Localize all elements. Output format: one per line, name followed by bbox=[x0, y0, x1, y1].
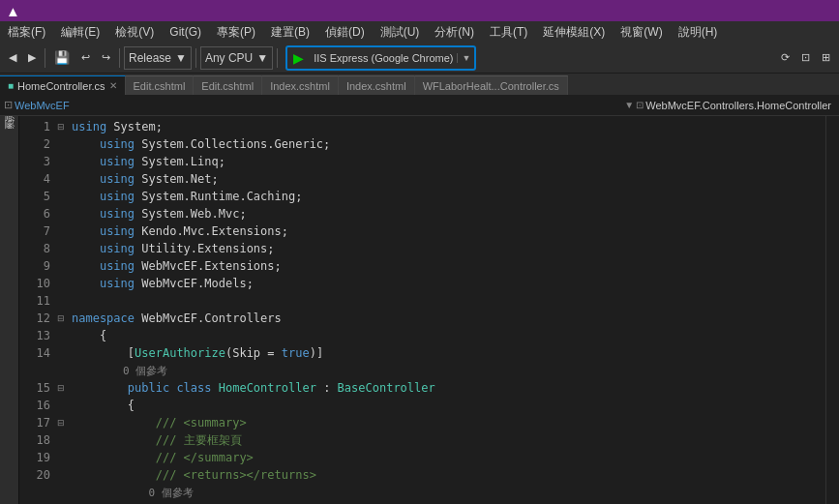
collapse-ref2 bbox=[54, 484, 68, 501]
code-line-19: /// </summary> bbox=[72, 449, 822, 466]
menu-edit[interactable]: 編輯(E) bbox=[53, 21, 107, 43]
run-dropdown-arrow[interactable]: ▼ bbox=[457, 53, 474, 63]
separator-2 bbox=[119, 48, 120, 68]
collapse-10 bbox=[54, 275, 68, 292]
vs-logo: ▲ bbox=[6, 3, 20, 19]
collapse-13 bbox=[54, 327, 68, 344]
collapse-12[interactable]: ⊟ bbox=[54, 310, 68, 327]
tab-index2[interactable]: Index.cshtml bbox=[339, 75, 415, 95]
tab-edit2[interactable]: Edit.cshtml bbox=[194, 75, 262, 95]
code-line-17: /// <summary> bbox=[72, 414, 822, 431]
tab-close-homecontroller[interactable]: ✕ bbox=[109, 80, 117, 91]
code-line-9: using WebMvcEF.Extensions; bbox=[72, 257, 822, 275]
toolbar-right-1[interactable]: ⟳ bbox=[776, 46, 794, 70]
separator-1 bbox=[45, 48, 45, 68]
collapse-18 bbox=[54, 431, 68, 449]
collapse-19 bbox=[54, 449, 68, 466]
redo-button[interactable]: ↪ bbox=[97, 46, 115, 70]
collapse-11 bbox=[54, 292, 68, 310]
toolbar-right-2[interactable]: ⊡ bbox=[796, 46, 815, 70]
nav-namespace: WebMvcEF.Controllers.HomeController bbox=[645, 100, 831, 111]
menu-file[interactable]: 檔案(F) bbox=[0, 21, 53, 43]
build-config-dropdown[interactable]: Release ▼ bbox=[124, 46, 192, 70]
separator-3 bbox=[195, 48, 196, 68]
collapse-7 bbox=[54, 222, 68, 240]
separator-4 bbox=[277, 48, 278, 68]
code-line-3: using System.Linq; bbox=[72, 153, 822, 170]
platform-arrow: ▼ bbox=[256, 51, 268, 65]
collapse-15[interactable]: ⊟ bbox=[54, 379, 68, 397]
menu-analyze[interactable]: 分析(N) bbox=[427, 21, 482, 43]
collapse-ref1 bbox=[54, 362, 68, 379]
code-line-11 bbox=[72, 292, 822, 310]
nav-icon: ⊡ bbox=[4, 99, 13, 111]
code-line-4: using System.Net; bbox=[72, 170, 822, 188]
run-label: IIS Express (Google Chrome) bbox=[310, 52, 457, 64]
code-line-1: using System; bbox=[72, 118, 822, 135]
toolbar-right-3[interactable]: ⊞ bbox=[817, 46, 835, 70]
code-ref-2: 0 個參考 bbox=[72, 484, 822, 501]
collapse-5 bbox=[54, 188, 68, 205]
code-line-6: using System.Web.Mvc; bbox=[72, 205, 822, 222]
collapse-8 bbox=[54, 240, 68, 257]
collapse-9 bbox=[54, 257, 68, 275]
line-numbers: 12345 678910 11121314 1516171819 202122 bbox=[19, 116, 54, 504]
menu-view[interactable]: 檢視(V) bbox=[107, 21, 162, 43]
menu-bar: 檔案(F) 編輯(E) 檢視(V) Git(G) 專案(P) 建置(B) 偵錯(… bbox=[0, 21, 839, 43]
menu-test[interactable]: 測試(U) bbox=[373, 21, 428, 43]
collapse-1[interactable]: ⊟ bbox=[54, 118, 68, 135]
save-button[interactable]: 💾 bbox=[49, 46, 75, 70]
run-area: ▶ IIS Express (Google Chrome) ▼ bbox=[285, 45, 476, 71]
collapse-4 bbox=[54, 170, 68, 188]
menu-help[interactable]: 說明(H) bbox=[671, 21, 726, 43]
code-line-7: using Kendo.Mvc.Extensions; bbox=[72, 222, 822, 240]
code-area[interactable]: using System; using System.Collections.G… bbox=[68, 116, 825, 504]
code-line-20: /// <returns></returns> bbox=[72, 466, 822, 484]
tab-edit1[interactable]: Edit.cshtml bbox=[126, 75, 195, 95]
tab-label-index1: Index.cshtml bbox=[270, 80, 330, 92]
menu-extensions[interactable]: 延伸模組(X) bbox=[535, 21, 613, 43]
code-line-18: /// 主要框架頁 bbox=[72, 431, 822, 449]
nav-dropdown-icon: ▼ bbox=[624, 100, 634, 110]
undo-button[interactable]: ↩ bbox=[76, 46, 95, 70]
menu-build[interactable]: 建置(B) bbox=[263, 21, 317, 43]
build-config-label: Release bbox=[129, 51, 171, 65]
collapse-column[interactable]: ⊟ ⊟ ⊟ ⊟ bbox=[54, 116, 68, 504]
code-line-14: [UserAuthorize(Skip = true)] bbox=[72, 344, 822, 362]
tabs-bar: ■ HomeController.cs ✕ Edit.cshtml Edit.c… bbox=[0, 74, 839, 95]
code-line-10: using WebMvcEF.Models; bbox=[72, 275, 822, 292]
back-button[interactable]: ◀ bbox=[4, 46, 21, 70]
collapse-20 bbox=[54, 466, 68, 484]
menu-debug[interactable]: 偵錯(D) bbox=[317, 21, 373, 43]
code-ref-1: 0 個參考 bbox=[72, 362, 822, 379]
menu-project[interactable]: 專案(P) bbox=[209, 21, 263, 43]
collapse-17[interactable]: ⊟ bbox=[54, 414, 68, 431]
platform-dropdown[interactable]: Any CPU ▼ bbox=[200, 46, 273, 70]
run-button[interactable]: ▶ bbox=[287, 50, 310, 66]
collapse-16 bbox=[54, 397, 68, 414]
menu-tools[interactable]: 工具(T) bbox=[482, 21, 535, 43]
title-bar: ▲ bbox=[0, 0, 839, 21]
tab-index1[interactable]: Index.cshtml bbox=[262, 75, 339, 95]
tab-label-homecontroller: HomeController.cs bbox=[17, 80, 105, 92]
toolbar: ◀ ▶ 💾 ↩ ↪ Release ▼ Any CPU ▼ ▶ IIS Expr… bbox=[0, 43, 839, 74]
code-line-2: using System.Collections.Generic; bbox=[72, 135, 822, 153]
code-line-12: namespace WebMvcEF.Controllers bbox=[72, 310, 822, 327]
tab-label-index2: Index.cshtml bbox=[346, 80, 406, 92]
nav-bar: ⊡ WebMvcEF ▼ ⊡ WebMvcEF.Controllers.Home… bbox=[0, 95, 839, 116]
code-line-15: public class HomeController : BaseContro… bbox=[72, 379, 822, 397]
code-line-13: { bbox=[72, 327, 822, 344]
nav-project[interactable]: WebMvcEF bbox=[15, 100, 70, 111]
code-line-5: using System.Runtime.Caching; bbox=[72, 188, 822, 205]
scrollbar[interactable] bbox=[825, 116, 839, 504]
code-line-16: { bbox=[72, 397, 822, 414]
tab-label-edit1: Edit.cshtml bbox=[134, 80, 186, 92]
code-line-8: using Utility.Extensions; bbox=[72, 240, 822, 257]
collapse-6 bbox=[54, 205, 68, 222]
forward-button[interactable]: ▶ bbox=[23, 46, 41, 70]
nav-icon2: ⊡ bbox=[636, 100, 644, 110]
menu-git[interactable]: Git(G) bbox=[162, 21, 209, 43]
tab-wflabor[interactable]: WFLaborHealt...Controller.cs bbox=[415, 75, 568, 95]
tab-homecontroller[interactable]: ■ HomeController.cs ✕ bbox=[0, 75, 126, 95]
menu-window[interactable]: 視窗(W) bbox=[613, 21, 670, 43]
